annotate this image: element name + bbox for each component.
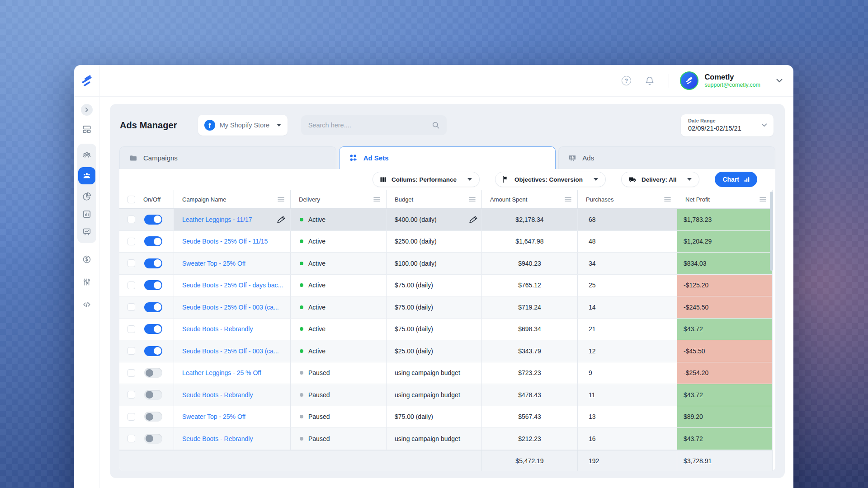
sidebar-item-audiences[interactable] (81, 150, 92, 160)
sidebar-item-billing[interactable] (81, 254, 92, 265)
table-row[interactable]: Seude Boots - 25% Off - days bac... Acti… (119, 275, 773, 297)
column-menu-icon[interactable] (278, 197, 284, 202)
sidebar-item-dashboard[interactable] (81, 124, 92, 135)
row-checkbox[interactable] (127, 216, 135, 223)
column-header: Amount Spent (490, 196, 527, 203)
campaign-name-link[interactable]: Seude Boots - 25% Off - 11/15 (182, 238, 268, 245)
column-menu-icon[interactable] (565, 197, 571, 202)
objectives-filter-label: Objectives: Conversion (514, 176, 583, 183)
campaign-name-link[interactable]: Seude Boots - Rebrandly (182, 435, 253, 442)
budget-value: $75.00 (daily) (395, 325, 433, 333)
row-checkbox[interactable] (127, 413, 135, 421)
row-checkbox[interactable] (127, 391, 135, 399)
dropdown-arrow-icon (467, 178, 472, 181)
main-area: Ads Manager f My Shopify Store Date Rang… (99, 97, 793, 488)
account-menu[interactable]: Cometly support@cometly.com (680, 71, 783, 90)
on-off-toggle[interactable] (144, 302, 162, 312)
row-checkbox[interactable] (127, 303, 135, 311)
store-selector[interactable]: f My Shopify Store (198, 115, 288, 136)
sidebar-item-analytics-bars[interactable] (81, 209, 92, 220)
campaign-name-link[interactable]: Seude Boots - 25% Off - days bac... (182, 282, 283, 289)
on-off-toggle[interactable] (144, 236, 162, 246)
bell-icon[interactable] (644, 75, 655, 86)
purchases-value: 11 (578, 384, 677, 406)
campaign-name-link[interactable]: Seude Boots - 25% Off - 003 (ca... (182, 304, 279, 311)
on-off-toggle[interactable] (144, 434, 162, 444)
vertical-scrollbar[interactable] (770, 192, 773, 271)
column-menu-icon[interactable] (664, 197, 671, 202)
campaign-name-link[interactable]: Sweater Top - 25% Off (182, 260, 245, 267)
on-off-toggle[interactable] (144, 346, 162, 356)
row-checkbox[interactable] (127, 435, 135, 442)
table-row[interactable]: Seude Boots - Rebrandly Paused using cam… (119, 384, 773, 406)
search-input[interactable] (308, 122, 431, 129)
help-icon[interactable]: ? (621, 75, 632, 86)
table-row[interactable]: Seude Boots - Rebrandly Active $75.00 (d… (119, 319, 773, 341)
campaign-name-link[interactable]: Seude Boots - Rebrandly (182, 391, 253, 399)
tab-ad-sets[interactable]: Ad Sets (339, 146, 556, 169)
column-header: Net Profit (685, 196, 710, 203)
sidebar-item-settings-sliders[interactable] (81, 277, 92, 287)
tab-campaigns[interactable]: Campaigns (119, 146, 336, 169)
tab-ads[interactable]: Ads (558, 146, 775, 169)
tab-bar: Campaigns Ad Sets (110, 146, 785, 169)
sidebar-item-developer-code[interactable] (81, 299, 92, 310)
table-row[interactable]: Seude Boots - 25% Off - 11/15 Active $25… (119, 231, 773, 253)
table-row[interactable]: Leather Leggings - 25 % Off Paused using… (119, 362, 773, 385)
on-off-toggle[interactable] (144, 412, 162, 422)
select-all-checkbox[interactable] (127, 196, 135, 203)
campaign-name-link[interactable]: Sweater Top - 25% Off (182, 413, 245, 420)
row-checkbox[interactable] (127, 347, 135, 355)
on-off-toggle[interactable] (144, 280, 162, 290)
column-menu-icon[interactable] (469, 197, 476, 202)
sidebar-item-performance-board[interactable] (81, 226, 92, 237)
column-menu-icon[interactable] (760, 197, 766, 202)
columns-icon (379, 176, 387, 183)
purchases-value: 12 (578, 340, 677, 362)
sidebar-expand-button[interactable] (81, 104, 93, 116)
table-row[interactable]: Sweater Top - 25% Off Active $100.00 (da… (119, 253, 773, 275)
campaign-name-link[interactable]: Leather Leggings - 11/17 (182, 216, 252, 223)
row-checkbox[interactable] (127, 259, 135, 267)
on-off-toggle[interactable] (144, 258, 162, 268)
ads-manager-panel: Ads Manager f My Shopify Store Date Rang… (110, 104, 785, 478)
on-off-toggle[interactable] (144, 390, 162, 400)
sidebar-item-reports-pie[interactable] (81, 191, 92, 202)
edit-name-icon[interactable] (277, 215, 286, 224)
net-profit-value: $43.72 (677, 428, 773, 450)
campaign-name-link[interactable]: Leather Leggings - 25 % Off (182, 369, 261, 376)
table-row[interactable]: Sweater Top - 25% Off Paused $75.00 (dai… (119, 406, 773, 428)
row-checkbox[interactable] (127, 369, 135, 377)
app-logo[interactable] (74, 65, 99, 97)
budget-value: $250.00 (daily) (395, 238, 437, 245)
budget-value: $400.00 (daily) (395, 216, 437, 223)
delivery-status: Active (308, 325, 326, 333)
chart-button[interactable]: Chart (715, 172, 757, 187)
objectives-filter-button[interactable]: Objectives: Conversion (495, 172, 606, 187)
on-off-toggle[interactable] (144, 368, 162, 378)
search-box (301, 115, 447, 135)
on-off-toggle[interactable] (144, 324, 162, 334)
amount-spent-value: $212.23 (482, 428, 578, 450)
table-row[interactable]: Seude Boots - 25% Off - 003 (ca... Activ… (119, 296, 773, 319)
table-row[interactable]: Seude Boots - 25% Off - 003 (ca... Activ… (119, 340, 773, 362)
row-checkbox[interactable] (127, 282, 135, 289)
row-checkbox[interactable] (127, 238, 135, 245)
date-range-picker[interactable]: Date Range 02/09/21-02/15/21 (681, 114, 774, 136)
delivery-filter-button[interactable]: Delivery: All (621, 172, 700, 187)
columns-filter-button[interactable]: Collums: Performance (373, 172, 480, 187)
delivery-status-dot (300, 305, 303, 309)
amount-spent-value: $567.43 (482, 406, 578, 428)
edit-budget-icon[interactable] (469, 215, 478, 224)
net-profit-value: -$125.20 (677, 275, 773, 296)
sidebar-item-ads-manager-active[interactable] (78, 167, 95, 184)
campaign-name-link[interactable]: Seude Boots - Rebrandly (182, 325, 253, 333)
on-off-toggle[interactable] (144, 215, 162, 225)
column-menu-icon[interactable] (373, 197, 380, 202)
row-checkbox[interactable] (127, 325, 135, 333)
delivery-status: Active (308, 260, 326, 267)
table-row[interactable]: Seude Boots - Rebrandly Paused using cam… (119, 428, 773, 450)
truck-icon (628, 175, 637, 184)
campaign-name-link[interactable]: Seude Boots - 25% Off - 003 (ca... (182, 347, 279, 355)
table-row[interactable]: Leather Leggings - 11/17 Active $400.00 … (119, 209, 773, 231)
